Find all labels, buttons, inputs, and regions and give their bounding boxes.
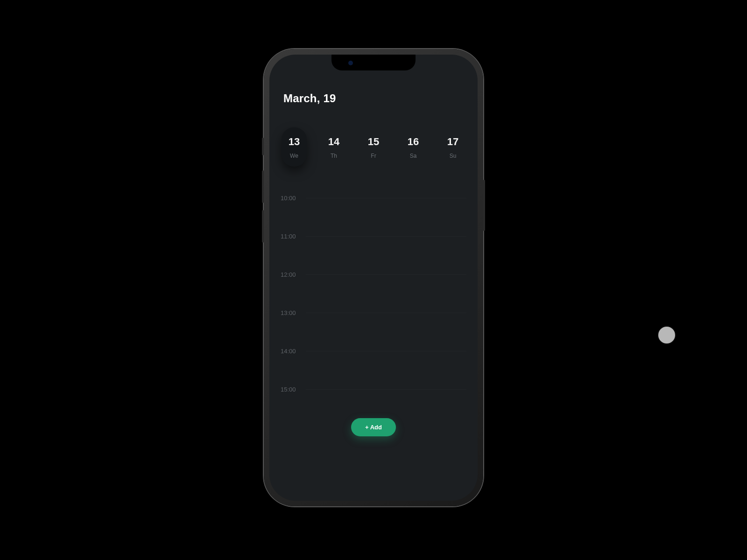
cursor-indicator	[658, 327, 675, 343]
time-label: 11:00	[281, 233, 301, 240]
time-slot[interactable]: 11:00	[281, 233, 466, 271]
time-slot[interactable]: 14:00	[281, 348, 466, 386]
time-label: 15:00	[281, 386, 301, 393]
phone-silence-switch	[262, 138, 264, 155]
slot-divider	[306, 198, 466, 198]
day-item-13[interactable]: 13 We	[282, 127, 307, 167]
day-item-16[interactable]: 16 Sa	[401, 127, 426, 167]
slot-divider	[306, 313, 466, 313]
day-abbr: Su	[440, 153, 465, 159]
day-number: 15	[361, 136, 386, 148]
phone-notch	[331, 55, 416, 70]
time-label: 14:00	[281, 348, 301, 355]
day-abbr: Fr	[361, 153, 386, 159]
time-label: 10:00	[281, 195, 301, 202]
day-strip[interactable]: 13 We 14 Th 15 Fr 16 Sa 17 Su	[281, 127, 466, 167]
timeline[interactable]: 10:00 11:00 12:00 13:00 14:00	[281, 185, 466, 487]
slot-divider	[306, 236, 466, 237]
phone-power-button	[483, 180, 485, 231]
phone-screen: March, 19 13 We 14 Th 15 Fr 16 Sa	[269, 55, 478, 501]
day-number: 17	[440, 136, 465, 148]
add-button[interactable]: + Add	[351, 418, 396, 436]
day-number: 13	[282, 136, 307, 148]
day-item-17[interactable]: 17 Su	[440, 127, 465, 167]
time-label: 13:00	[281, 309, 301, 316]
page-title: March, 19	[283, 92, 466, 105]
time-slot[interactable]: 13:00	[281, 309, 466, 348]
day-abbr: We	[282, 153, 307, 159]
slot-divider	[306, 351, 466, 351]
day-item-14[interactable]: 14 Th	[321, 127, 346, 167]
time-label: 12:00	[281, 271, 301, 278]
calendar-app: March, 19 13 We 14 Th 15 Fr 16 Sa	[269, 55, 478, 501]
phone-device-frame: March, 19 13 We 14 Th 15 Fr 16 Sa	[264, 49, 483, 506]
phone-volume-up	[262, 170, 264, 203]
day-number: 14	[321, 136, 346, 148]
day-item-15[interactable]: 15 Fr	[361, 127, 386, 167]
time-slot[interactable]: 10:00	[281, 195, 466, 233]
slot-divider	[306, 274, 466, 275]
slot-divider	[306, 389, 466, 390]
day-abbr: Sa	[401, 153, 426, 159]
day-abbr: Th	[321, 153, 346, 159]
phone-volume-down	[262, 210, 264, 243]
time-slot[interactable]: 12:00	[281, 271, 466, 309]
day-number: 16	[401, 136, 426, 148]
